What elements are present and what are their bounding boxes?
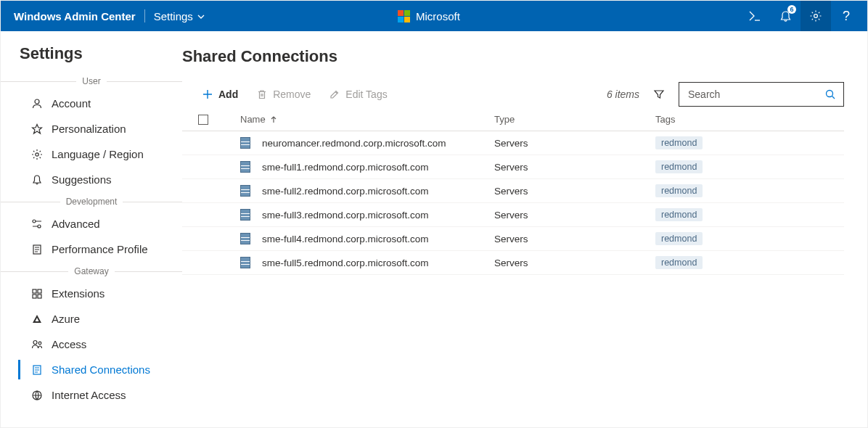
cell-name: sme-full3.redmond.corp.microsoft.com bbox=[262, 210, 429, 221]
svg-rect-6 bbox=[33, 289, 36, 293]
gear-icon bbox=[31, 149, 43, 160]
sidebar-item-performance[interactable]: Performance Profile bbox=[1, 236, 182, 262]
svg-point-11 bbox=[38, 342, 41, 345]
tag-chip: redmond bbox=[655, 232, 703, 245]
question-icon: ? bbox=[843, 9, 850, 24]
bell-icon bbox=[31, 174, 43, 186]
svg-point-2 bbox=[36, 152, 38, 155]
sidebar-item-label: Advanced bbox=[52, 218, 100, 230]
tag-chip: redmond bbox=[655, 160, 703, 173]
sidebar-item-language[interactable]: Language / Region bbox=[1, 141, 182, 167]
tag-chip: redmond bbox=[655, 256, 703, 269]
tag-chip: redmond bbox=[655, 136, 703, 149]
sidebar-item-azure[interactable]: Azure bbox=[1, 306, 182, 332]
sidebar-item-internet-access[interactable]: Internet Access bbox=[1, 382, 182, 408]
sidebar-group-user: User bbox=[1, 72, 182, 91]
remove-label: Remove bbox=[273, 89, 311, 100]
edit-tags-button[interactable]: Edit Tags bbox=[325, 86, 391, 103]
svg-point-3 bbox=[33, 220, 36, 223]
powershell-button[interactable] bbox=[740, 1, 770, 31]
table-body: neuromancer.redmond.corp.microsoft.comSe… bbox=[182, 131, 844, 275]
svg-point-4 bbox=[38, 225, 41, 228]
sort-asc-icon bbox=[270, 116, 277, 123]
sidebar-item-label: Account bbox=[52, 97, 91, 110]
server-icon bbox=[240, 209, 250, 221]
main-panel: Shared Connections Add Remove Edit Tags … bbox=[182, 31, 867, 427]
cell-name: sme-full2.redmond.corp.microsoft.com bbox=[262, 186, 429, 197]
table-row[interactable]: neuromancer.redmond.corp.microsoft.comSe… bbox=[182, 131, 844, 155]
sidebar-item-suggestions[interactable]: Suggestions bbox=[1, 167, 182, 192]
table-row[interactable]: sme-full5.redmond.corp.microsoft.comServ… bbox=[182, 251, 844, 275]
cell-type: Servers bbox=[494, 258, 655, 268]
search-input[interactable] bbox=[687, 88, 819, 101]
microsoft-logo-icon bbox=[397, 9, 410, 22]
search-box[interactable] bbox=[679, 82, 844, 107]
settings-button[interactable] bbox=[801, 1, 831, 31]
notification-badge: 6 bbox=[787, 5, 796, 14]
cell-type: Servers bbox=[494, 162, 655, 173]
plus-icon bbox=[202, 89, 213, 99]
svg-point-14 bbox=[827, 91, 833, 97]
sidebar-item-label: Language / Region bbox=[52, 148, 144, 160]
toolbar: Add Remove Edit Tags 6 items bbox=[182, 82, 844, 107]
sidebar-item-account[interactable]: Account bbox=[1, 91, 182, 116]
trash-icon bbox=[257, 89, 267, 99]
sidebar-item-label: Personalization bbox=[52, 123, 126, 135]
column-header-name[interactable]: Name bbox=[240, 114, 494, 125]
select-all-checkbox[interactable] bbox=[198, 115, 208, 125]
svg-point-10 bbox=[33, 340, 37, 344]
edit-tags-label: Edit Tags bbox=[345, 89, 387, 100]
sidebar-item-label: Internet Access bbox=[52, 389, 126, 401]
column-header-type[interactable]: Type bbox=[494, 114, 655, 125]
star-icon bbox=[31, 123, 43, 135]
sidebar-item-label: Azure bbox=[52, 313, 80, 325]
notifications-button[interactable]: 6 bbox=[770, 1, 801, 31]
tag-chip: redmond bbox=[655, 184, 703, 197]
header-center: Microsoft bbox=[118, 9, 740, 22]
main-title: Shared Connections bbox=[182, 47, 844, 66]
table-row[interactable]: sme-full1.redmond.corp.microsoft.comServ… bbox=[182, 155, 844, 179]
table-row[interactable]: sme-full4.redmond.corp.microsoft.comServ… bbox=[182, 227, 844, 251]
cell-name: sme-full4.redmond.corp.microsoft.com bbox=[262, 234, 429, 244]
filter-icon bbox=[653, 89, 665, 100]
sidebar-item-personalization[interactable]: Personalization bbox=[1, 116, 182, 141]
add-label: Add bbox=[218, 89, 238, 100]
cell-type: Servers bbox=[494, 138, 655, 149]
sidebar-item-advanced[interactable]: Advanced bbox=[1, 211, 182, 236]
sidebar-item-access[interactable]: Access bbox=[1, 332, 182, 357]
gear-icon bbox=[809, 9, 822, 22]
server-icon bbox=[240, 185, 250, 197]
dev-icon bbox=[31, 218, 43, 230]
microsoft-label: Microsoft bbox=[416, 10, 460, 22]
filter-button[interactable] bbox=[650, 89, 668, 100]
cell-type: Servers bbox=[494, 210, 655, 221]
sidebar-item-label: Suggestions bbox=[52, 173, 112, 186]
access-icon bbox=[31, 339, 43, 350]
server-icon bbox=[240, 137, 250, 149]
sidebar-item-extensions[interactable]: Extensions bbox=[1, 281, 182, 306]
svg-point-1 bbox=[35, 99, 39, 104]
sidebar-item-label: Shared Connections bbox=[52, 363, 150, 376]
sidebar-item-label: Access bbox=[52, 338, 86, 350]
top-bar: Windows Admin Center Settings Microsoft … bbox=[1, 1, 867, 31]
terminal-icon bbox=[748, 9, 761, 22]
sidebar: Settings User Account Personalization La… bbox=[1, 31, 182, 427]
cell-name: neuromancer.redmond.corp.microsoft.com bbox=[262, 138, 446, 149]
svg-rect-9 bbox=[38, 295, 41, 298]
remove-button[interactable]: Remove bbox=[253, 86, 315, 103]
server-icon bbox=[240, 161, 250, 173]
column-header-tags[interactable]: Tags bbox=[655, 114, 844, 125]
add-button[interactable]: Add bbox=[198, 86, 242, 103]
page-title: Settings bbox=[1, 44, 182, 72]
sidebar-item-label: Extensions bbox=[52, 287, 105, 300]
svg-point-0 bbox=[814, 15, 818, 18]
azure-icon bbox=[31, 313, 43, 325]
sidebar-item-shared-connections[interactable]: Shared Connections bbox=[1, 357, 182, 382]
help-button[interactable]: ? bbox=[831, 1, 861, 31]
sidebar-group-gateway: Gateway bbox=[1, 262, 182, 281]
table-row[interactable]: sme-full2.redmond.corp.microsoft.comServ… bbox=[182, 179, 844, 203]
document-icon bbox=[31, 364, 43, 376]
globe-icon bbox=[31, 390, 43, 401]
table-row[interactable]: sme-full3.redmond.corp.microsoft.comServ… bbox=[182, 203, 844, 227]
pencil-icon bbox=[329, 89, 340, 99]
